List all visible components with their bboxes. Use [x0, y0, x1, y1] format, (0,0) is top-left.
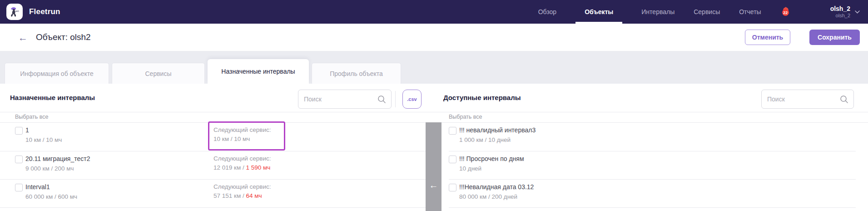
available-search-input[interactable] — [767, 90, 835, 108]
object-header: ← Объект: olsh2 Отменить Сохранить — [0, 24, 868, 51]
assigned-search — [298, 90, 392, 109]
intervals-content: Назначенные интервалы .csv Доступные инт… — [0, 84, 868, 211]
interval-spec: 60 000 км / 600 мч — [25, 193, 77, 200]
interval-name[interactable]: !!! Просрочен по дням — [459, 155, 524, 162]
cancel-button[interactable]: Отменить — [745, 30, 790, 45]
next-service-value: 12 019 км / — [213, 164, 246, 171]
mechanic-icon — [9, 6, 20, 18]
interval-name[interactable]: !!!Невалидная дата 03.12 — [459, 183, 534, 191]
interval-spec: 10 км / 10 мч — [25, 136, 62, 143]
top-bar: Fleetrun Обзор Объекты Интервалы Сервисы… — [0, 0, 868, 24]
row-checkbox[interactable] — [15, 127, 23, 135]
tab-object-info[interactable]: Информация об объекте — [5, 63, 109, 84]
nav-item-objects[interactable]: Объекты — [575, 0, 622, 24]
next-service-info: Следующий сервис: 57 151 км / 64 мч — [213, 182, 271, 201]
back-arrow-icon[interactable]: ← — [18, 33, 28, 42]
nav-item-services[interactable]: Сервисы — [694, 0, 720, 24]
row-divider — [449, 151, 856, 151]
tab-services[interactable]: Сервисы — [112, 63, 205, 84]
interval-spec: 9 000 км / 200 мч — [25, 165, 74, 172]
available-panel-title: Доступные интервалы — [443, 94, 521, 101]
notifications-bell-icon[interactable]: 22 — [781, 6, 791, 18]
user-account: olsh_2 — [830, 13, 850, 19]
vertical-divider — [395, 91, 396, 107]
next-service-value: 57 151 км / — [213, 192, 246, 199]
nav-item-reports[interactable]: Отчеты — [739, 0, 761, 24]
tab-assigned-intervals[interactable]: Назначенные интервалы — [208, 59, 309, 84]
fleetrun-logo-icon — [6, 4, 23, 20]
interval-name[interactable]: 20.11 миграция_тест2 — [25, 155, 90, 162]
nav-item-overview[interactable]: Обзор — [538, 0, 556, 24]
next-service-alert: 1 590 мч — [246, 164, 270, 171]
export-csv-button[interactable]: .csv — [402, 90, 422, 109]
assigned-search-input[interactable] — [304, 90, 373, 108]
row-divider — [0, 179, 426, 180]
row-divider — [449, 207, 856, 208]
next-service-alert: 64 мч — [246, 192, 262, 199]
row-checkbox[interactable] — [449, 127, 456, 135]
main-nav: Обзор Объекты Интервалы Сервисы Отчеты — [538, 0, 761, 24]
assigned-select-all[interactable]: Выбрать все — [15, 114, 49, 120]
search-icon — [377, 95, 386, 106]
row-checkbox[interactable] — [449, 184, 456, 191]
row-checkbox[interactable] — [15, 184, 23, 191]
interval-name[interactable]: !!! невалидный интервал3 — [459, 126, 536, 134]
available-select-all[interactable]: Выбрать все — [449, 114, 482, 120]
next-service-label: Следующий сервис: — [213, 126, 271, 135]
notification-count-badge: 22 — [782, 9, 789, 16]
interval-name[interactable]: Interval1 — [25, 183, 50, 191]
next-service-info: Следующий сервис: 12 019 км / 1 590 мч — [213, 154, 271, 172]
search-icon — [840, 95, 848, 106]
save-button[interactable]: Сохранить — [809, 30, 860, 45]
page-title: Объект: olsh2 — [36, 32, 91, 42]
interval-spec: 10 дней — [459, 165, 481, 172]
row-divider — [0, 207, 426, 208]
row-checkbox[interactable] — [449, 156, 456, 163]
divider — [0, 112, 868, 112]
nav-item-intervals[interactable]: Интервалы — [641, 0, 675, 24]
row-divider — [449, 179, 856, 180]
brand-title: Fleetrun — [29, 7, 60, 16]
tab-strip: Информация об объекте Сервисы Назначенны… — [0, 51, 868, 84]
assigned-panel-title: Назначенные интервалы — [10, 94, 95, 101]
interval-name[interactable]: 1 — [25, 126, 29, 134]
available-search — [761, 90, 854, 109]
interval-spec: 80 000 км / 200 дней — [459, 193, 517, 200]
next-service-value: 10 км / 10 мч — [213, 136, 250, 142]
move-left-arrow-icon[interactable]: ← — [426, 180, 441, 191]
transfer-divider-strip: ← — [426, 122, 441, 211]
chevron-down-icon[interactable] — [855, 10, 860, 14]
row-divider — [0, 151, 426, 151]
user-name: olsh_2 — [830, 5, 850, 13]
row-checkbox[interactable] — [15, 156, 23, 163]
user-menu[interactable]: olsh_2 olsh_2 — [830, 5, 850, 19]
next-service-label: Следующий сервис: — [213, 182, 271, 191]
tab-object-profile[interactable]: Профиль объекта — [312, 63, 401, 84]
next-service-info: Следующий сервис: 10 км / 10 мч — [213, 126, 271, 144]
next-service-label: Следующий сервис: — [213, 154, 271, 163]
interval-spec: 1 000 км / 10 дней — [459, 136, 511, 143]
